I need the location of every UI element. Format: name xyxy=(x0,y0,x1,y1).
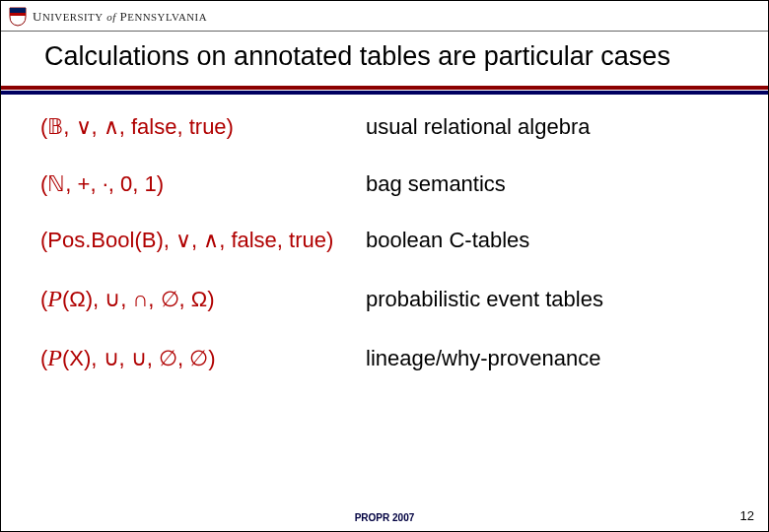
semiring-description: lineage/why-provenance xyxy=(366,345,738,372)
svg-rect-1 xyxy=(10,13,26,16)
semiring-notation: (𝔹, ∨, ∧, false, true) xyxy=(40,113,366,141)
slide-body: (𝔹, ∨, ∧, false, true) usual relational … xyxy=(1,94,768,372)
example-row: (P(Ω), ∪, ∩, ∅, Ω) probabilistic event t… xyxy=(40,284,738,313)
header: UNIVERSITY of PENNSYLVANIA xyxy=(1,1,768,31)
title-underline xyxy=(1,86,768,94)
example-row: (ℕ, +, ·, 0, 1) bag semantics xyxy=(40,170,738,198)
semiring-description: boolean C-tables xyxy=(366,227,738,254)
page-number: 12 xyxy=(740,508,754,523)
example-row: (Pos.Bool(B), ∨, ∧, false, true) boolean… xyxy=(40,227,738,254)
example-row: (𝔹, ∨, ∧, false, true) usual relational … xyxy=(40,113,738,141)
footer-venue: PROPR 2007 xyxy=(1,512,768,523)
semiring-notation: (P(Ω), ∪, ∩, ∅, Ω) xyxy=(40,284,366,313)
university-name: UNIVERSITY of PENNSYLVANIA xyxy=(33,9,207,25)
semiring-notation: (Pos.Bool(B), ∨, ∧, false, true) xyxy=(40,227,366,254)
slide-title: Calculations on annotated tables are par… xyxy=(1,32,768,86)
svg-rect-0 xyxy=(10,8,26,13)
semiring-notation: (ℕ, +, ·, 0, 1) xyxy=(40,170,366,198)
example-row: (P(X), ∪, ∪, ∅, ∅) lineage/why-provenanc… xyxy=(40,343,738,372)
slide: UNIVERSITY of PENNSYLVANIA Calculations … xyxy=(0,0,769,532)
penn-shield-icon xyxy=(9,7,27,27)
semiring-description: bag semantics xyxy=(366,170,738,198)
semiring-description: usual relational algebra xyxy=(366,113,738,141)
semiring-description: probabilistic event tables xyxy=(366,286,738,313)
semiring-notation: (P(X), ∪, ∪, ∅, ∅) xyxy=(40,343,366,372)
